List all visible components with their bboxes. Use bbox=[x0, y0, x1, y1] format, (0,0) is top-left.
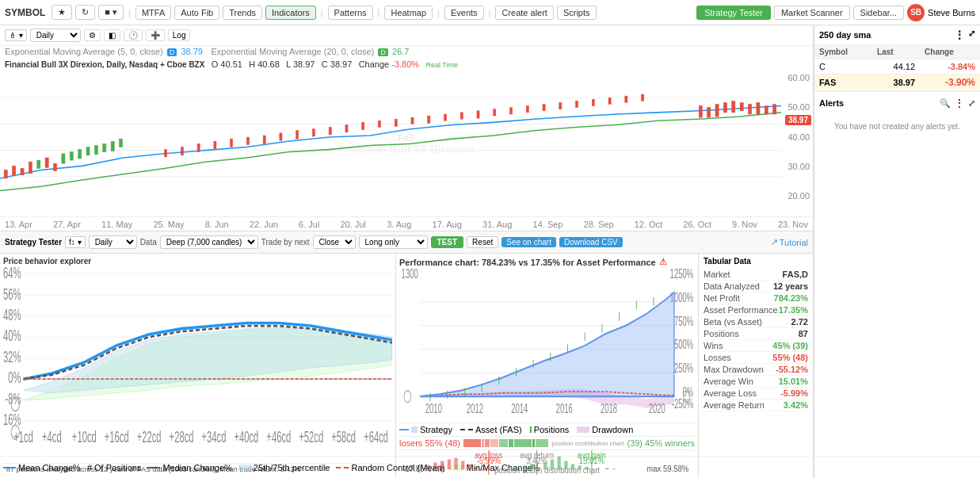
st-title: Strategy Tester bbox=[5, 238, 62, 247]
trends-btn[interactable]: Trends bbox=[223, 6, 262, 20]
contrib-row: losers 55% (48) bbox=[399, 436, 695, 449]
svg-rect-142 bbox=[454, 458, 457, 470]
svg-rect-42 bbox=[378, 120, 380, 127]
symbol-label: SYMBOL bbox=[5, 7, 45, 18]
see-on-chart-btn[interactable]: See on chart bbox=[501, 237, 556, 247]
refresh-btn[interactable]: ↻ bbox=[75, 5, 95, 20]
svg-text:2020: 2020 bbox=[649, 401, 665, 415]
table-row[interactable]: FAS38.97-3.90% bbox=[814, 75, 980, 91]
market-scanner-btn[interactable]: Market Scanner bbox=[774, 6, 850, 20]
svg-text:32%: 32% bbox=[3, 349, 21, 365]
favorite-btn[interactable]: ★ bbox=[51, 5, 72, 20]
svg-text:250%: 250% bbox=[674, 361, 693, 376]
chart-svg bbox=[0, 71, 781, 203]
watchlist-tbody: C44.12-3.84%FAS38.97-3.90% bbox=[814, 59, 980, 91]
svg-text:48%: 48% bbox=[3, 307, 21, 323]
chart-tool4[interactable]: Log bbox=[168, 29, 191, 41]
svg-text:+46cd: +46cd bbox=[266, 428, 291, 445]
dots-icon[interactable]: ⋮ bbox=[954, 29, 965, 41]
svg-text:+40cd: +40cd bbox=[234, 428, 258, 445]
chart-tool3[interactable]: ➕ bbox=[146, 29, 165, 41]
indicators-btn[interactable]: Indicators bbox=[265, 6, 316, 20]
ema1-label: Exponential Moving Average (5, 0, close)… bbox=[5, 47, 205, 56]
table-row[interactable]: C44.12-3.84% bbox=[814, 59, 980, 75]
svg-rect-7 bbox=[29, 162, 32, 174]
svg-rect-35 bbox=[263, 136, 265, 143]
data-depth-select[interactable]: Deep (7,000 candles)Normal bbox=[160, 235, 258, 249]
last-cell: 44.12 bbox=[872, 59, 920, 75]
chart-tool1[interactable]: ◧ bbox=[104, 29, 120, 41]
st-algo-select[interactable]: f↕ ▾ bbox=[65, 236, 86, 248]
svg-text:2018: 2018 bbox=[601, 401, 617, 415]
chart-close: C 38.97 bbox=[322, 59, 353, 69]
svg-text:500%: 500% bbox=[674, 338, 693, 352]
svg-text:+28cd: +28cd bbox=[170, 428, 194, 445]
candle-type-btn[interactable]: 🕯 ▾ bbox=[5, 29, 27, 41]
layout-btn[interactable]: ■ ▾ bbox=[98, 5, 124, 20]
heatmap-btn[interactable]: Heatmap bbox=[384, 6, 433, 20]
svg-rect-30 bbox=[181, 147, 183, 155]
svg-text:2016: 2016 bbox=[556, 401, 573, 415]
alert-expand-icon[interactable]: ⤢ bbox=[968, 98, 975, 109]
mtfa-btn[interactable]: MTFA bbox=[135, 6, 171, 20]
test-btn[interactable]: TEST bbox=[431, 236, 464, 248]
perf-title: Performance chart: 784.23% vs 17.35% for… bbox=[399, 257, 695, 267]
warning-icon: ⚠ bbox=[659, 257, 667, 267]
events-btn[interactable]: Events bbox=[444, 6, 484, 20]
search-icon[interactable]: 🔍 bbox=[940, 98, 951, 109]
svg-rect-158 bbox=[612, 468, 616, 469]
svg-text:56%: 56% bbox=[3, 285, 21, 302]
top-toolbar: SYMBOL ★ ↻ ■ ▾ | MTFA Auto Fib Trends In… bbox=[0, 0, 980, 25]
alerts-header: Alerts 🔍 ⋮ ⤢ bbox=[819, 97, 975, 109]
expand-icon[interactable]: ⤢ bbox=[968, 29, 975, 41]
download-csv-btn[interactable]: Download CSV bbox=[559, 237, 623, 247]
svg-rect-31 bbox=[197, 143, 200, 151]
svg-text:2010: 2010 bbox=[425, 401, 442, 415]
svg-rect-15 bbox=[740, 102, 743, 110]
svg-rect-157 bbox=[605, 468, 608, 469]
tutorial-btn[interactable]: ↗ Tutorial bbox=[771, 237, 808, 247]
direction-select[interactable]: Long onlyShort onlyLong & Short bbox=[359, 235, 428, 249]
legend-positions: # Of Positions bbox=[87, 463, 141, 472]
chart-timeframe-select[interactable]: DailyWeeklyMonthly bbox=[30, 29, 81, 42]
svg-rect-28 bbox=[119, 139, 122, 147]
alerts-section: Alerts 🔍 ⋮ ⤢ You have not created any al… bbox=[814, 91, 980, 143]
svg-point-127 bbox=[404, 391, 411, 403]
legend-mean: Mean Change% bbox=[3, 463, 81, 472]
tabular-row: Average Loss-5.99% bbox=[704, 388, 808, 400]
settings-btn[interactable]: ⚙ bbox=[84, 29, 101, 41]
sma-header: 250 day sma ⋮ ⤢ bbox=[814, 25, 980, 45]
scripts-btn[interactable]: Scripts bbox=[557, 6, 597, 20]
chart-area: 🕯 ▾ DailyWeeklyMonthly ⚙ ◧ 🕐 ➕ Log Expon… bbox=[0, 25, 813, 231]
col-change: Change bbox=[920, 45, 980, 59]
chart-yaxis: 60.00 50.00 40.00 30.00 20.00 bbox=[781, 71, 813, 202]
autofib-btn[interactable]: Auto Fib bbox=[174, 6, 219, 20]
avatar: SB bbox=[907, 4, 925, 21]
svg-rect-141 bbox=[448, 460, 451, 470]
svg-rect-49 bbox=[494, 109, 496, 116]
tabular-row: Average Return3.42% bbox=[704, 400, 808, 411]
svg-rect-10 bbox=[699, 106, 702, 118]
chart-tool2[interactable]: 🕐 bbox=[124, 29, 143, 41]
alert-dots-icon[interactable]: ⋮ bbox=[954, 97, 965, 109]
svg-rect-56 bbox=[608, 98, 611, 104]
perf-legend: Strategy Asset (FAS) Positions Draw bbox=[399, 423, 695, 436]
reset-btn[interactable]: Reset bbox=[467, 236, 498, 248]
price-behavior: Price behavior explorer bbox=[0, 254, 396, 478]
svg-rect-16 bbox=[748, 105, 751, 114]
trade-by-select[interactable]: CloseOpen bbox=[313, 235, 356, 249]
svg-rect-54 bbox=[576, 101, 578, 107]
strategy-tester-btn[interactable]: Strategy Tester bbox=[696, 6, 771, 20]
svg-text:-5.99%: -5.99% bbox=[477, 457, 501, 466]
create-alert-btn[interactable]: Create alert bbox=[495, 6, 553, 20]
svg-rect-25 bbox=[94, 145, 97, 154]
patterns-btn[interactable]: Patterns bbox=[328, 6, 373, 20]
chart-xaxis: 13. Apr27. Apr11. May 25. May8. Jun22. J… bbox=[0, 216, 813, 231]
st-timeframe-select[interactable]: DailyWeekly bbox=[89, 235, 137, 249]
svg-rect-14 bbox=[732, 101, 735, 113]
sidebar-btn[interactable]: Sidebar... bbox=[853, 6, 904, 20]
right-panel: 250 day sma ⋮ ⤢ Symbol Last Change C44.1… bbox=[814, 25, 980, 478]
trade-by-label: Trade by next bbox=[261, 238, 310, 247]
svg-rect-20 bbox=[37, 160, 40, 168]
svg-text:+34cd: +34cd bbox=[201, 428, 226, 445]
